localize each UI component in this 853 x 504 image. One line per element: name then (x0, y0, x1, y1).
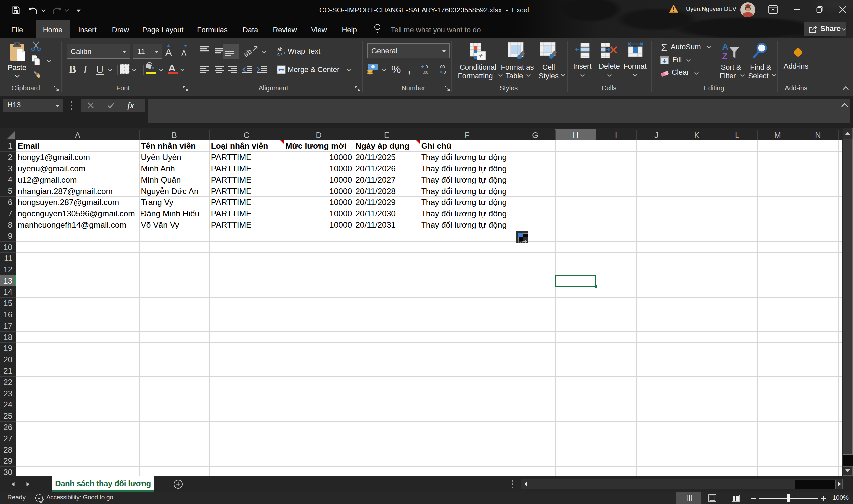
svg-text:c: c (277, 52, 280, 57)
svg-text:.0: .0 (443, 70, 446, 75)
svg-text:≠: ≠ (479, 52, 483, 60)
svg-text:.00: .00 (423, 70, 428, 75)
svg-text:ab: ab (277, 47, 283, 52)
svg-text:.0: .0 (425, 64, 428, 69)
svg-text:A: A (722, 42, 729, 52)
svg-text:Z: Z (722, 51, 728, 61)
svg-text:.00: .00 (439, 64, 445, 69)
